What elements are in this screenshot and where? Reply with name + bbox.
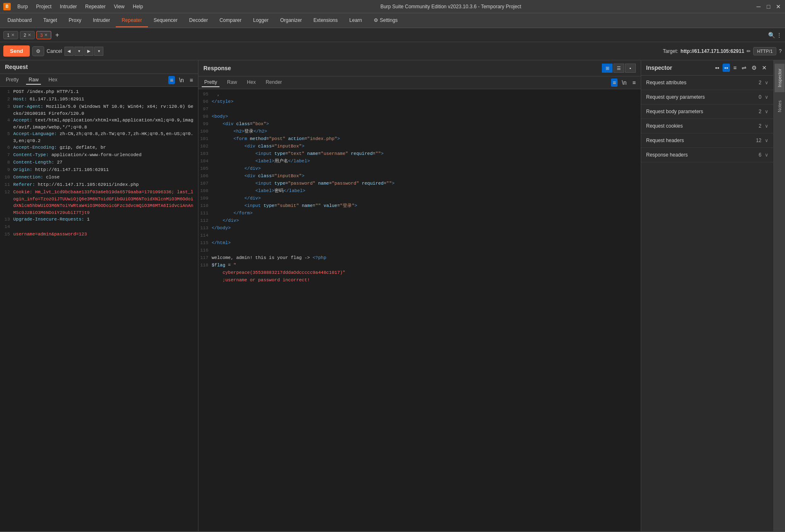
- code-line: 106 <div class="inputBox">: [198, 173, 641, 180]
- request-panel-header: Request: [0, 60, 198, 74]
- inspector-header: Inspector ▪▪ ▪▪ ≡ ⇌ ⚙ ✕: [641, 60, 773, 76]
- inspector-row-response-headers[interactable]: Response headers 6 ∨: [641, 148, 773, 162]
- close-tab-3[interactable]: ✕: [44, 33, 48, 37]
- view-horizontal-button[interactable]: ☰: [613, 64, 624, 73]
- tab-comparer[interactable]: Comparer: [214, 14, 247, 27]
- menu-burp[interactable]: Burp: [14, 2, 31, 11]
- more-options-icon[interactable]: ⋮: [777, 32, 782, 38]
- inspector-close-button[interactable]: ✕: [760, 64, 768, 72]
- menu-repeater[interactable]: Repeater: [82, 2, 109, 11]
- side-tabs: Inspector Notes: [773, 60, 785, 531]
- tab-dashboard[interactable]: Dashboard: [2, 14, 38, 27]
- cancel-button[interactable]: Cancel: [47, 48, 62, 54]
- chevron-down-icon: ∨: [765, 138, 768, 143]
- code-line: 100 <h2>登录</h2>: [198, 128, 641, 135]
- title-bar-left: B Burp Project Intruder Repeater View He…: [3, 2, 146, 11]
- maximize-button[interactable]: □: [765, 3, 772, 10]
- response-tab-render[interactable]: Render: [263, 78, 284, 87]
- inspector-row-button[interactable]: ▪▪: [723, 64, 730, 72]
- code-line: cyberpeace(35538883217dddaOdccccc9a448c1…: [198, 269, 641, 277]
- code-line: 112 </div>: [198, 217, 641, 225]
- close-tab-2[interactable]: ✕: [28, 33, 31, 37]
- tab-repeater[interactable]: Repeater: [116, 14, 148, 27]
- tab-intruder[interactable]: Intruder: [87, 14, 116, 27]
- inspector-split-button[interactable]: ⇌: [740, 64, 748, 72]
- tab-proxy[interactable]: Proxy: [63, 14, 87, 27]
- tab-decoder[interactable]: Decoder: [184, 14, 214, 27]
- inspector-row-query-params[interactable]: Request query parameters 0 ∨: [641, 90, 773, 104]
- menu-project[interactable]: Project: [33, 2, 55, 11]
- response-tab-hex[interactable]: Hex: [244, 78, 258, 87]
- response-code-area[interactable]: 95 , 96 </style> 97 98 <body> 99 <div cl…: [198, 89, 641, 531]
- inspector-align-button[interactable]: ≡: [732, 64, 738, 72]
- more-button[interactable]: ≡: [188, 76, 195, 84]
- response-panel-header-row: Response ⊞ ☰ ▪: [198, 60, 641, 76]
- inspector-settings-button[interactable]: ⚙: [750, 64, 759, 72]
- chevron-down-icon: ∨: [765, 80, 768, 86]
- response-more-button[interactable]: ≡: [631, 78, 637, 87]
- edit-target-icon[interactable]: ✏: [747, 48, 751, 54]
- nav-next-button[interactable]: ▶: [84, 47, 93, 56]
- tab-sequencer[interactable]: Sequencer: [148, 14, 184, 27]
- code-line: 116: [198, 247, 641, 254]
- request-tab-pretty[interactable]: Pretty: [3, 76, 21, 85]
- session-tab-2[interactable]: 2 ✕: [20, 31, 35, 39]
- view-compact-button[interactable]: ▪: [625, 64, 636, 73]
- http-version[interactable]: HTTP/1: [753, 47, 776, 55]
- response-panel: Response ⊞ ☰ ▪ Pretty Raw Hex Render ≡ \…: [198, 60, 641, 531]
- menu-view[interactable]: View: [110, 2, 128, 11]
- response-format-button[interactable]: ≡: [611, 78, 618, 87]
- send-button[interactable]: Send: [3, 45, 30, 57]
- request-tab-hex[interactable]: Hex: [46, 76, 60, 85]
- toolbar: Send ⚙ Cancel ◀ ▾ ▶ ▾ Target: http://61.…: [0, 42, 785, 60]
- add-session-tab[interactable]: +: [53, 31, 61, 39]
- response-tab-raw[interactable]: Raw: [224, 78, 239, 87]
- nav-next-dropdown[interactable]: ▾: [94, 47, 103, 56]
- minimize-button[interactable]: ─: [755, 3, 762, 10]
- code-line: 2 Host: 61.147.171.105:62911: [0, 96, 198, 103]
- side-tab-inspector[interactable]: Inspector: [775, 64, 785, 92]
- nav-prev-button[interactable]: ◀: [64, 47, 74, 56]
- tab-extensions[interactable]: Extensions: [308, 14, 344, 27]
- tab-settings[interactable]: ⚙ Settings: [368, 14, 403, 27]
- inspector-col-button[interactable]: ▪▪: [713, 64, 721, 72]
- inspector-row-cookies[interactable]: Request cookies 2 ∨: [641, 119, 773, 133]
- nav-prev-dropdown[interactable]: ▾: [74, 47, 84, 56]
- code-line: ;username or password incorrect!: [198, 277, 641, 284]
- request-code-area[interactable]: 1 POST /index.php HTTP/1.1 2 Host: 61.14…: [0, 87, 198, 531]
- response-tab-pretty[interactable]: Pretty: [202, 78, 220, 87]
- format-button[interactable]: ≡: [168, 76, 175, 84]
- code-line: 115 </html>: [198, 240, 641, 247]
- session-tab-3[interactable]: 3 ✕: [36, 31, 51, 39]
- tab-organizer[interactable]: Organizer: [274, 14, 308, 27]
- inspector-panel: Inspector ▪▪ ▪▪ ≡ ⇌ ⚙ ✕ Request attribut…: [641, 60, 773, 531]
- send-settings-button[interactable]: ⚙: [32, 46, 44, 56]
- code-line: 6 Accept-Encoding: gzip, deflate, br: [0, 144, 198, 152]
- menu-help[interactable]: Help: [129, 2, 146, 11]
- chevron-down-icon: ∨: [765, 123, 768, 129]
- help-icon[interactable]: ?: [779, 48, 782, 54]
- inspector-row-request-attributes[interactable]: Request attributes 2 ∨: [641, 76, 773, 90]
- request-tab-raw[interactable]: Raw: [26, 76, 41, 85]
- view-split-button[interactable]: ⊞: [602, 64, 613, 73]
- tab-logger[interactable]: Logger: [247, 14, 274, 27]
- inspector-row-request-headers[interactable]: Request headers 12 ∨: [641, 133, 773, 148]
- target-label: Target:: [663, 48, 678, 54]
- wrap-button[interactable]: \n: [177, 76, 186, 84]
- search-icon[interactable]: 🔍: [768, 32, 775, 38]
- session-tab-1[interactable]: 1 ✕: [3, 31, 18, 39]
- code-line: 5 Accept-Language: zh-CN,zh;q=0.8,zh-TW;…: [0, 131, 198, 144]
- close-button[interactable]: ✕: [775, 3, 782, 10]
- code-line: 117 welcome, admin! this is your flag ->…: [198, 254, 641, 262]
- side-tab-notes[interactable]: Notes: [775, 95, 785, 117]
- code-line: 7 Content-Type: application/x-www-form-u…: [0, 152, 198, 159]
- settings-icon: ⚙: [374, 17, 378, 23]
- code-line: 104 <label>用户名</label>: [198, 158, 641, 165]
- window-controls: ─ □ ✕: [755, 3, 782, 10]
- close-tab-1[interactable]: ✕: [11, 33, 14, 37]
- tab-learn[interactable]: Learn: [344, 14, 368, 27]
- tab-target[interactable]: Target: [38, 14, 63, 27]
- response-wrap-button[interactable]: \n: [620, 78, 628, 87]
- menu-intruder[interactable]: Intruder: [57, 2, 80, 11]
- inspector-row-body-params[interactable]: Request body parameters 2 ∨: [641, 104, 773, 119]
